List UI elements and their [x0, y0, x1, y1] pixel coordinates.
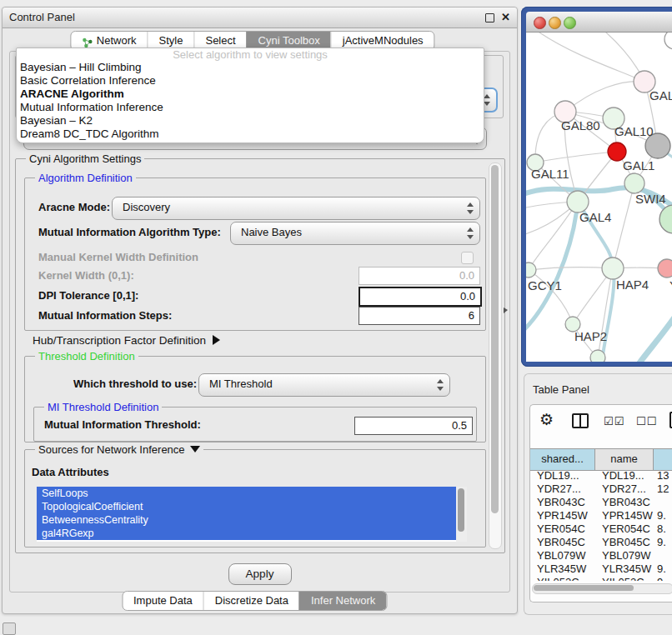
sources-group-title: Sources for Network Inference [35, 443, 203, 456]
checked-columns-icon[interactable]: ☑☑ [604, 415, 624, 428]
close-traffic-icon[interactable] [534, 17, 546, 29]
table-row[interactable]: YBR045CYBR045C9. [530, 536, 672, 549]
gear-icon[interactable]: ⚙ [539, 410, 554, 428]
network-node-hap4[interactable] [602, 258, 624, 279]
table-cell: YBL079W [595, 549, 654, 562]
table-cell: YBR043C [530, 496, 595, 509]
bottom-tab-discretize-data[interactable]: Discretize Data [203, 592, 299, 610]
table-row[interactable]: YDL19...YDL19...13 [530, 469, 672, 482]
scrollbar-thumb[interactable] [534, 585, 634, 591]
attribute-item[interactable]: TopologicalCoefficient [37, 500, 467, 513]
aracne-mode-combobox[interactable]: Discovery [112, 197, 480, 220]
mi-type-value: Naive Bayes [241, 222, 302, 242]
settings-scrollbar[interactable] [489, 162, 502, 549]
split-columns-icon[interactable] [572, 413, 589, 428]
bottom-tab-infer-network[interactable]: Infer Network [299, 592, 386, 610]
algorithm-option[interactable]: ARACNE Algorithm [17, 88, 484, 101]
data-attributes-label: Data Attributes [32, 465, 109, 480]
table-panel-window: Table Panel ⚙ ☑☑ ☐☐ shared... name YDL19… [524, 373, 672, 615]
attribute-item[interactable]: SelfLoops [37, 487, 467, 500]
network-node-gcy1[interactable] [526, 262, 536, 278]
close-icon[interactable]: ✕ [501, 8, 510, 28]
float-window-icon[interactable] [485, 13, 494, 22]
unchecked-columns-icon[interactable]: ☐☐ [636, 415, 657, 428]
algorithm-option[interactable]: Mutual Information Inference [17, 101, 484, 114]
collapsed-arrow-icon [213, 335, 220, 345]
control-panel-titlebar[interactable]: Control Panel ✕ [3, 8, 517, 28]
hub-definition-toggle[interactable]: Hub/Transcription Factor Definition [33, 334, 220, 347]
apply-button[interactable]: Apply [228, 563, 292, 585]
algorithm-option[interactable]: Dream8 DC_TDC Algorithm [17, 128, 484, 141]
column-header-name[interactable]: name [595, 449, 654, 470]
data-attributes-list[interactable]: SelfLoopsTopologicalCoefficientBetweenne… [37, 487, 467, 542]
kernel-width-field[interactable]: 0.0 [359, 267, 480, 285]
network-node-label: GAL10 [614, 124, 654, 138]
table-row[interactable]: YDR27...YDR27...12 [530, 482, 672, 496]
network-window-titlebar[interactable] [526, 12, 672, 32]
network-node-label: HAP2 [574, 329, 607, 343]
table-row[interactable]: YIL052CYIL052C9 [530, 576, 672, 581]
table-row[interactable]: YPR145WYPR145W9. [530, 509, 672, 522]
network-node-swi4[interactable] [659, 205, 672, 233]
table-body: YDL19...YDL19...13YDR27...YDR27...12YBR0… [530, 469, 672, 581]
aracne-mode-label: Aracne Mode: [38, 200, 110, 215]
manual-kernel-checkbox[interactable] [461, 252, 474, 264]
network-node[interactable] [590, 350, 605, 362]
minimize-traffic-icon[interactable] [549, 17, 561, 29]
attribute-item[interactable]: BetweennessCentrality [37, 513, 467, 527]
network-node[interactable] [624, 173, 644, 193]
table-row[interactable]: YBR043CYBR043C [530, 496, 672, 509]
table-row[interactable]: YLR345WYLR345W9. [530, 562, 672, 576]
scrollbar-thumb[interactable] [491, 165, 499, 513]
network-node[interactable] [664, 32, 672, 49]
hub-definition-label: Hub/Transcription Factor Definition [33, 334, 206, 347]
table-cell: YLR345W [595, 562, 654, 576]
algorithm-option[interactable]: Basic Correlation Inference [17, 74, 484, 88]
mi-type-combobox[interactable]: Naive Bayes [230, 222, 480, 245]
table-cell: YDL19... [595, 469, 654, 482]
which-threshold-label: Which threshold to use: [73, 377, 197, 392]
settings-group-title: Cyni Algorithm Settings [26, 152, 144, 165]
table-cell: YER054C [595, 522, 654, 536]
table-cell: YPR145W [595, 509, 654, 522]
table-row[interactable]: YBL079WYBL079W [530, 549, 672, 562]
table-panel-body: ⚙ ☑☑ ☐☐ shared... name YDL19...YDL19...1… [529, 404, 672, 602]
list-scrollbar[interactable] [456, 487, 467, 542]
attribute-item[interactable]: gal4RGexp [37, 527, 467, 540]
algorithm-option[interactable]: Bayesian – Hill Climbing [17, 61, 484, 74]
network-view-window: GALGAL80GAL10GAL1GAL11SWI4GAL4GCY1HAP4YH… [521, 7, 672, 367]
table-cell: 9. [654, 536, 672, 549]
bottom-tab-impute-data[interactable]: Impute Data [123, 592, 203, 610]
dock-icon[interactable] [3, 622, 16, 635]
table-cell: YIL052C [530, 576, 595, 581]
mi-threshold-title: MI Threshold Definition [44, 401, 162, 413]
mi-type-label: Mutual Information Algorithm Type: [38, 225, 221, 240]
mi-threshold-field[interactable]: 0.5 [354, 417, 473, 435]
network-node-label: GAL80 [561, 118, 600, 132]
combobox-stepper-icon [436, 379, 444, 391]
network-node-y[interactable] [658, 259, 672, 278]
sources-group: Sources for Network Inference Data Attri… [24, 449, 486, 548]
table-cell: YBR043C [595, 496, 654, 509]
network-node-label: GCY1 [528, 278, 562, 292]
scrollbar-thumb[interactable] [458, 488, 464, 532]
network-node-label: SWI4 [635, 192, 666, 206]
threshold-definition-group: Threshold Definition Which threshold to … [24, 356, 486, 442]
mi-steps-field[interactable]: 6 [359, 307, 480, 325]
table-row[interactable]: YER054CYER054C8. [530, 522, 672, 536]
zoom-traffic-icon[interactable] [564, 17, 576, 29]
mi-steps-label: Mutual Information Steps: [38, 308, 172, 323]
dpi-tolerance-field[interactable]: 0.0 [359, 287, 482, 307]
table-cell: 9. [654, 509, 672, 522]
column-header-partial[interactable] [654, 449, 672, 470]
which-threshold-combobox[interactable]: MI Threshold [198, 373, 450, 397]
control-panel-title: Control Panel [9, 8, 75, 28]
table-cell [654, 549, 672, 562]
column-header-shared[interactable]: shared... [530, 449, 595, 470]
table-horizontal-scrollbar[interactable] [532, 583, 672, 594]
table-cell: YDR27... [530, 482, 595, 496]
network-canvas[interactable]: GALGAL80GAL10GAL1GAL11SWI4GAL4GCY1HAP4YH… [526, 32, 672, 362]
algorithm-definition-title: Algorithm Definition [35, 172, 136, 184]
algorithm-option[interactable]: Bayesian – K2 [17, 114, 484, 128]
network-icon [82, 36, 93, 47]
